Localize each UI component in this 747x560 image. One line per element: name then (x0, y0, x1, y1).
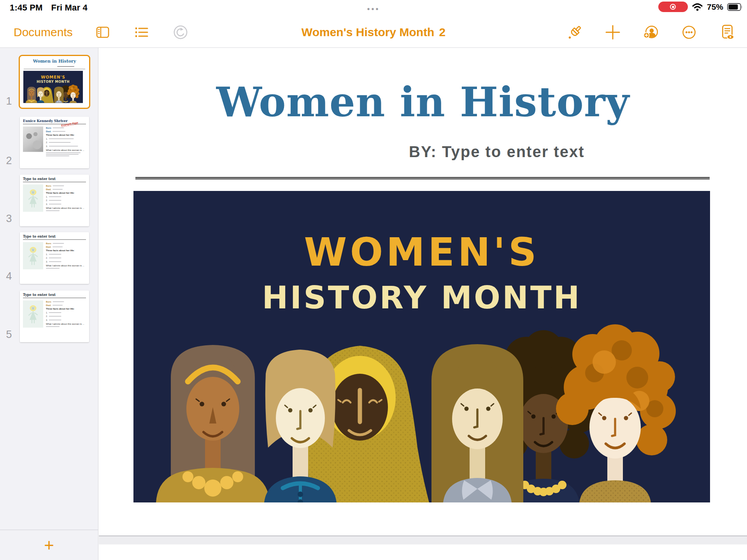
mini-placeholder-figure (23, 301, 43, 328)
wifi-icon (692, 2, 703, 11)
page-number-label: 4 (0, 270, 18, 282)
pages-app-screen: 1:45 PMFri Mar 4 ••• 75% Documents (0, 0, 747, 560)
document-canvas[interactable]: Women in History BY: Type to enter text (99, 48, 747, 560)
admire-label: What I admire about this woman is ... (46, 322, 86, 325)
womens-history-month-illustration[interactable]: WOMEN'S HISTORY MONTH (133, 191, 710, 502)
admire-label: What I admire about this woman is ... (46, 149, 86, 151)
paintbrush-icon (566, 23, 584, 41)
screen-recording-indicator[interactable] (658, 2, 688, 12)
mini-page5-title: Type to enter text (23, 293, 86, 297)
died-label: Died: (46, 188, 51, 191)
mini-page1-rule (24, 69, 85, 69)
thumbnail-row-3: Type to enter text (0, 175, 98, 226)
mini-bw-photo (23, 127, 43, 152)
sidebar-panel-icon (94, 24, 111, 41)
admire-label: What I admire about this woman is ... (46, 206, 86, 209)
born-label: Born: (46, 185, 52, 187)
document-page-2[interactable] (99, 544, 747, 560)
title-divider-rule (135, 177, 710, 180)
insert-button[interactable] (604, 23, 622, 41)
mini-poster-illustration (23, 71, 83, 103)
thumbnail-row-1: Women in History 1 (0, 55, 98, 109)
thumbnail-row-5: Type to enter text (0, 290, 98, 342)
status-bar: 1:45 PMFri Mar 4 ••• 75% (0, 0, 747, 16)
page-thumbnail-4[interactable]: Type to enter text (20, 232, 89, 284)
document-page-1[interactable]: Women in History BY: Type to enter text (99, 48, 747, 536)
page-number-label: 1 (0, 95, 18, 107)
died-label: Died: (46, 130, 51, 133)
sidebar-footer: + (0, 530, 98, 560)
ellipsis-icon (680, 24, 698, 41)
thumbnail-row-2: Eunice Kennedy Shriver Example Page Born… (0, 117, 98, 168)
page-thumbnails-toggle-button[interactable] (94, 23, 112, 41)
reader-view-button[interactable] (718, 23, 736, 41)
mini-placeholder-figure (23, 185, 43, 212)
born-label: Born: (46, 127, 52, 129)
undo-icon (172, 23, 189, 41)
mini-rule (23, 182, 86, 182)
document-eye-icon (718, 23, 736, 41)
document-title: Women's History Month (302, 26, 435, 39)
collaborate-button[interactable] (642, 23, 660, 41)
mini-placeholder-figure (23, 242, 43, 270)
born-label: Born: (46, 242, 52, 245)
page-thumbnails-sidebar: Women in History 1 Eunice Kennedy Shrive… (0, 48, 98, 560)
born-label: Born: (46, 301, 52, 303)
document-page-indicator: 2 (439, 26, 445, 39)
mini-page1-byline-bar (57, 66, 74, 67)
page-thumbnail-5[interactable]: Type to enter text (20, 290, 89, 342)
page-title[interactable]: Women in History (99, 78, 747, 126)
page-separator (99, 536, 747, 544)
page-thumbnail-1[interactable]: Women in History (20, 56, 89, 108)
mini-page4-title: Type to enter text (23, 234, 86, 238)
battery-icon (727, 3, 743, 11)
add-person-icon (642, 23, 660, 41)
page-number-label: 5 (0, 329, 18, 341)
facts-label: Three facts about her life: (46, 134, 86, 136)
more-button[interactable] (680, 23, 698, 41)
add-page-button[interactable]: + (44, 537, 54, 554)
format-button[interactable] (566, 23, 584, 41)
multitasking-dots-icon[interactable]: ••• (0, 5, 747, 14)
table-of-contents-button[interactable] (133, 23, 151, 41)
mini-rule (23, 298, 86, 298)
record-icon (670, 4, 676, 10)
documents-back-button[interactable]: Documents (14, 26, 73, 39)
page-number-label: 3 (0, 213, 18, 225)
list-icon (133, 24, 150, 41)
battery-percent-label: 75% (707, 2, 723, 12)
mini-page1-title: Women in History (20, 59, 89, 64)
toolbar: Documents (0, 16, 747, 48)
plus-icon (604, 24, 621, 41)
page-thumbnail-3[interactable]: Type to enter text (20, 175, 89, 226)
admire-label: What I admire about this woman is ... (46, 264, 86, 267)
status-right-cluster: 75% (658, 2, 743, 12)
facts-label: Three facts about her life: (46, 192, 86, 194)
byline-placeholder[interactable]: BY: Type to enter text (409, 143, 584, 161)
mini-page3-title: Type to enter text (23, 177, 86, 181)
died-label: Died: (46, 246, 51, 248)
facts-label: Three facts about her life: (46, 308, 86, 310)
died-label: Died: (46, 304, 51, 306)
undo-button[interactable] (172, 23, 189, 41)
facts-label: Three facts about her life: (46, 249, 86, 252)
mini-rule (23, 240, 86, 240)
page-number-label: 2 (0, 155, 18, 167)
page-thumbnail-2[interactable]: Eunice Kennedy Shriver Example Page Born… (20, 117, 89, 168)
thumbnail-row-4: Type to enter text (0, 232, 98, 284)
